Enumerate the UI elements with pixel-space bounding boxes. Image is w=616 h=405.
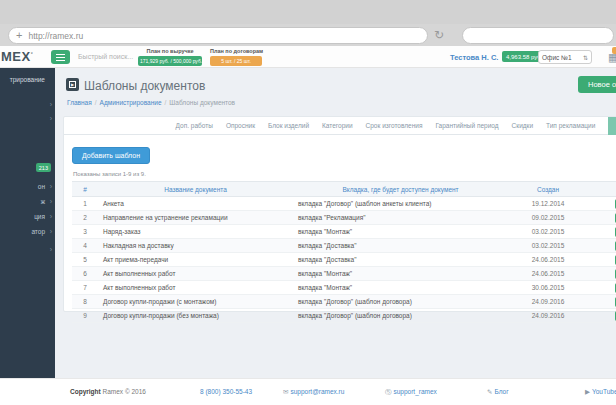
cell-created: 24.09.2016 (508, 309, 588, 323)
cell-tab: вкладка "Доставка" (293, 239, 508, 253)
cell-number: 5 (72, 253, 98, 267)
cell-document-name: Акт выполненных работ (98, 281, 293, 295)
column-created[interactable]: Создан (508, 182, 588, 197)
cell-number: 9 (72, 309, 98, 323)
tab-extra-works[interactable]: Доп. работы (176, 122, 213, 129)
apps-notification-badge (612, 47, 616, 54)
column-tab-available[interactable]: Вкладка, где будет доступен документ (293, 182, 508, 197)
chevron-right-icon: › (50, 115, 52, 122)
cell-tab: вкладка "Монтаж" (293, 267, 508, 281)
footer-email[interactable]: ✉support@ramex.ru (283, 388, 344, 396)
records-summary: Показаны записи 1-9 из 9. (73, 171, 616, 177)
sidebar-item[interactable]: › (0, 99, 55, 112)
tab-discounts[interactable]: Скидки (512, 122, 533, 129)
cell-document-name: Договор купли-продажи (с монтажом) (98, 295, 293, 309)
cell-tab: вкладка "Рекламация" (293, 211, 508, 225)
sidebar-item[interactable]: атор › (0, 226, 55, 239)
chevron-right-icon: › (50, 101, 52, 108)
table-row: 2 Направление на устранение рекламации в… (72, 211, 616, 225)
cell-created: 03.02.2015 (508, 225, 588, 239)
revenue-plan-badge: 171,929 руб. / 500,000 руб. (138, 56, 202, 66)
address-bar[interactable]: + http://ramex.ru (8, 27, 428, 44)
cell-document-name: Накладная на доставку (98, 239, 293, 253)
sidebar-item[interactable]: 213 (0, 163, 55, 176)
reload-icon[interactable]: ↻ (434, 28, 444, 42)
cell-tab: вкладка "Монтаж" (293, 281, 508, 295)
table-row: 9 Договор купли-продажи (без монтажа) вк… (72, 309, 616, 323)
browser-chrome: + http://ramex.ru ↻ (0, 0, 616, 46)
breadcrumb-current: Шаблоны документов (169, 99, 235, 106)
url-text: http://ramex.ru (28, 31, 83, 41)
document-glyph: ▶ (69, 81, 76, 88)
table-row: 5 Акт приема-передачи вкладка "Доставка"… (72, 253, 616, 267)
chevron-right-icon: › (50, 183, 52, 190)
contracts-plan-badge: 5 шт. / 25 шт. (210, 56, 262, 66)
breadcrumb-admin-link[interactable]: Администрирование (100, 99, 162, 106)
cell-tab: вкладка "Договор" (шаблон договора) (293, 295, 508, 309)
cell-created: 24.09.2016 (508, 295, 588, 309)
breadcrumb-home-link[interactable]: Главная (67, 99, 92, 106)
cell-document-name: Направление на устранение рекламации (98, 211, 293, 225)
sidebar-item[interactable]: ж › (0, 196, 55, 209)
table-row: 4 Накладная на доставку вкладка "Доставк… (72, 239, 616, 253)
plus-icon: + (16, 30, 22, 41)
office-select[interactable]: Офис №1 ⇅ (538, 50, 592, 64)
column-document-name[interactable]: Название документа (98, 182, 293, 197)
footer-youtube[interactable]: ▶YouTube (585, 388, 616, 396)
sidebar-item[interactable]: ция › (0, 211, 55, 224)
templates-table: # Название документа Вкладка, где будет … (72, 181, 616, 323)
ramex-logo: MEX° (1, 49, 33, 64)
footer-blog[interactable]: ✎Блог (487, 388, 509, 396)
select-arrows-icon: ⇅ (583, 54, 588, 61)
cell-document-name: Наряд-заказ (98, 225, 293, 239)
cell-tab: вкладка "Доставка" (293, 253, 508, 267)
tab-categories[interactable]: Категории (322, 122, 353, 129)
youtube-icon: ▶ (585, 388, 590, 395)
hamburger-icon (56, 54, 65, 61)
browser-search-field[interactable] (462, 27, 614, 44)
chevron-right-icon: › (50, 213, 52, 220)
tab-questionnaire[interactable]: Опросник (226, 122, 255, 129)
sidebar-item-administration[interactable]: трирование (0, 74, 55, 87)
menu-toggle-button[interactable] (51, 50, 70, 64)
cell-document-name: Договор купли-продажи (без монтажа) (98, 309, 293, 323)
app-topbar: MEX° Быстрый поиск... План по выручке 17… (0, 46, 616, 68)
cell-number: 1 (72, 197, 98, 211)
column-number[interactable]: # (72, 182, 98, 197)
sidebar-item[interactable]: он › (0, 181, 55, 194)
user-name-link[interactable]: Тестова Н. С. (450, 53, 498, 62)
cell-created: 24.06.2015 (508, 267, 588, 281)
footer-skype[interactable]: Ⓢsupport_ramex (385, 388, 437, 397)
cell-number: 3 (72, 225, 98, 239)
cell-tab: вкладка "Договор" (шаблон анкеты клиента… (293, 197, 508, 211)
tabs-bar: Доп. работы Опросник Блок изделий Катего… (64, 117, 616, 135)
tab-product-block[interactable]: Блок изделий (268, 122, 309, 129)
tab-document-templates-active[interactable]: Шаблоны документов (608, 117, 616, 135)
tab-claim-type[interactable]: Тип рекламации (546, 122, 595, 129)
quick-search-input[interactable]: Быстрый поиск... (78, 53, 133, 60)
column-actions: Действия (588, 182, 616, 197)
table-row: 3 Наряд-заказ вкладка "Монтаж" 03.02.201… (72, 225, 616, 239)
add-template-button[interactable]: Добавить шаблон (72, 147, 150, 164)
sidebar-nav: трирование › › 213 он › ж › ция › атор ›… (0, 68, 55, 378)
sidebar-item[interactable]: › (0, 113, 55, 126)
cell-number: 4 (72, 239, 98, 253)
sidebar-item[interactable]: › (0, 244, 55, 257)
table-row: 8 Договор купли-продажи (с монтажом) вкл… (72, 295, 616, 309)
cell-number: 7 (72, 281, 98, 295)
chevron-right-icon: › (50, 246, 52, 253)
templates-panel: Доп. работы Опросник Блок изделий Катего… (63, 116, 616, 312)
table-header-row: # Название документа Вкладка, где будет … (72, 182, 616, 197)
cell-created: 09.02.2015 (508, 211, 588, 225)
cell-document-name: Анкета (98, 197, 293, 211)
skype-icon: Ⓢ (385, 388, 392, 395)
cell-created: 24.06.2015 (508, 253, 588, 267)
tab-warranty-period[interactable]: Гарантийный период (435, 122, 498, 129)
cell-document-name: Акт приема-передачи (98, 253, 293, 267)
footer-phone-link[interactable]: 8 (800) 350-55-43 (200, 388, 252, 395)
cell-created: 30.06.2015 (508, 281, 588, 295)
tab-production-time[interactable]: Срок изготовления (366, 122, 423, 129)
contracts-plan-label: План по договорам (210, 48, 262, 54)
new-request-button[interactable]: Новое обращение (578, 76, 616, 93)
sidebar-count-badge: 213 (36, 163, 51, 172)
